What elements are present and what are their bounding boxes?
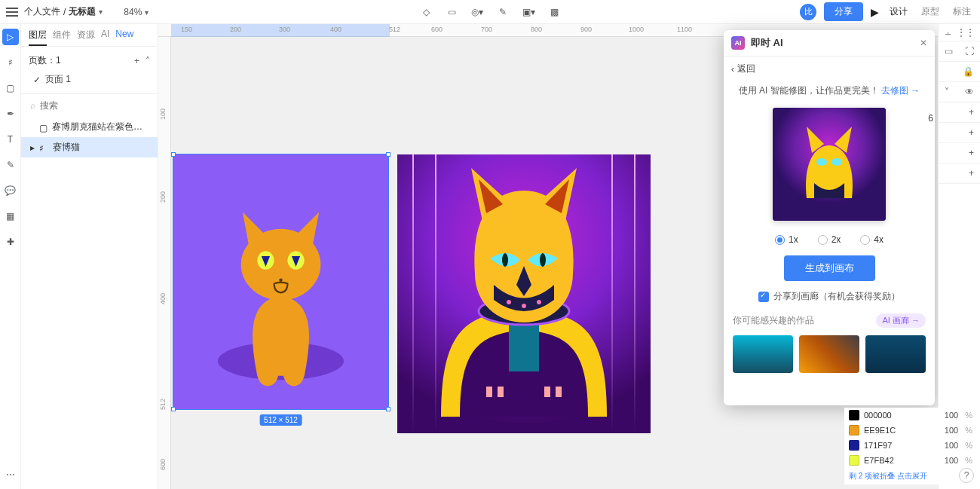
chevron-down-icon: ▾ [99,8,103,16]
tab-components[interactable]: 组件 [53,29,71,46]
ai-description: 使用 AI 智能修图，让作品更完美！ 去修图 → [724,81,935,100]
check-icon: ✓ [33,75,41,85]
svg-point-2 [257,357,279,387]
ai-retouch-link[interactable]: 去修图 → [881,85,920,96]
color-expand-link[interactable]: 剩 2 项被折叠 点击展开 [844,468,977,484]
tab-prototype[interactable]: 原型 [918,4,942,20]
more-icon[interactable]: ⋯ [2,466,19,483]
breadcrumb[interactable]: 个人文件 / 无标题 ▾ [24,5,103,18]
add-section-icon[interactable]: + [969,148,974,158]
stray-number: 6 [928,113,933,124]
add-section-icon[interactable]: + [969,127,974,138]
help-icon[interactable]: ? [959,468,974,483]
align-icon[interactable]: ⫠ [944,27,953,38]
plugins-tool[interactable]: ▦ [2,208,19,225]
layer-item[interactable]: ▢ 赛博朋克猫站在紫色的迷雾中… [21,117,158,137]
shape-tool[interactable]: ▢ [2,80,19,96]
tab-assets[interactable]: 资源 [77,29,95,46]
crop-icon[interactable]: ▭ [445,5,458,19]
chevron-down-icon[interactable]: ˅ [945,87,949,97]
color-row[interactable]: 000000100% [844,408,977,423]
layer-item-selected[interactable]: ▸ ♯ 赛博猫 [21,137,158,157]
svg-rect-15 [486,387,492,397]
svg-rect-16 [498,387,504,397]
frame-layer-icon: ♯ [39,143,48,152]
add-page-icon[interactable]: + [134,56,139,66]
boolean-icon[interactable]: ▣▾ [522,5,535,19]
svg-point-12 [507,300,511,304]
layer-search-input[interactable] [40,100,153,111]
checkbox-icon [758,292,769,302]
tab-layers[interactable]: 图层 [29,29,47,46]
generate-button[interactable]: 生成到画布 [784,255,875,281]
add-section-icon[interactable]: + [969,107,974,118]
ai-panel: AI 即时 AI ✕ ‹ 返回 使用 AI 智能修图，让作品更完美！ 去修图 →… [724,30,935,405]
svg-point-3 [283,357,305,387]
radio-2x[interactable]: 2x [818,234,841,245]
ai-preview-image [773,108,886,221]
svg-point-21 [831,158,842,166]
artboard-cybercat-render[interactable] [397,154,651,433]
zoom-control[interactable]: 84% ▾ [124,7,148,17]
frame-mini-icon[interactable]: ▭ [945,46,953,57]
share-button[interactable]: 分享 [824,2,863,21]
add-section-icon[interactable]: + [969,168,974,179]
mask-icon[interactable]: ◎▾ [470,5,484,19]
tab-design[interactable]: 设计 [887,4,911,20]
pen-tool[interactable]: ✒ [2,105,19,122]
ai-logo-icon: AI [731,36,745,50]
chevron-down-icon: ▾ [145,8,149,17]
cat-illustration [173,154,388,409]
ai-panel-title: 即时 AI [751,36,783,50]
interest-label: 你可能感兴趣的作品 [733,314,814,327]
search-tool[interactable]: ✚ [2,234,19,250]
tab-new[interactable]: New [115,29,133,46]
comment-tool[interactable]: 💬 [2,182,19,199]
breadcrumb-folder: 个人文件 [24,5,60,18]
share-gallery-checkbox[interactable]: 分享到画廊（有机会获得奖励） [724,286,935,313]
tab-annotate[interactable]: 标注 [950,4,974,20]
page-item[interactable]: ✓ 页面 1 [29,70,150,89]
color-row[interactable]: E7FB42100% [844,453,977,468]
chevron-left-icon: ‹ [731,64,734,75]
image-layer-icon: ▢ [39,123,47,132]
tab-ai[interactable]: AI [101,29,109,46]
eyedropper-tool[interactable]: ✎ [2,157,19,173]
text-tool[interactable]: T [2,131,19,148]
frame-tool[interactable]: ♯ [2,54,19,71]
lock-icon[interactable]: 🔒 [963,66,974,77]
gallery-thumb[interactable] [865,335,926,373]
ai-back-button[interactable]: ‹ 返回 [724,57,935,81]
svg-point-20 [816,158,827,166]
gallery-thumb[interactable] [733,335,793,373]
radio-1x[interactable]: 1x [775,234,798,245]
breadcrumb-title: 无标题 [69,5,96,18]
close-icon[interactable]: ✕ [920,38,927,48]
edit-icon[interactable]: ✎ [496,5,510,19]
svg-point-13 [522,304,526,308]
layer-expand-icon: ▸ [30,142,35,153]
ruler-vertical: 100 200 400 512 600 [158,37,171,489]
fullscreen-icon[interactable]: ⛶ [965,46,974,57]
diamond-icon[interactable]: ◇ [419,5,433,19]
ai-gallery-link[interactable]: AI 画廊 → [876,313,926,328]
svg-point-11 [540,253,546,267]
svg-point-7 [279,279,282,282]
artboard-cybercat-flat[interactable]: 512 × 512 [173,154,388,409]
svg-rect-18 [556,387,562,397]
radio-4x[interactable]: 4x [860,234,884,245]
hamburger-icon[interactable] [6,8,18,17]
color-row[interactable]: EE9E1C100% [844,423,977,438]
collapse-pages-icon[interactable]: ˄ [145,56,150,66]
gallery-thumb[interactable] [799,335,859,373]
color-row[interactable]: 171F97100% [844,438,977,453]
svg-point-14 [537,300,541,304]
move-tool[interactable]: ▷ [2,29,19,45]
eye-icon[interactable]: 👁 [965,87,974,97]
search-icon: ⌕ [30,100,35,111]
play-icon[interactable]: ▶ [871,6,879,18]
user-avatar[interactable]: 比 [800,4,816,20]
svg-point-10 [502,253,508,267]
grid-icon[interactable]: ⋮⋮ [957,27,975,38]
component-icon[interactable]: ▩ [547,5,561,19]
